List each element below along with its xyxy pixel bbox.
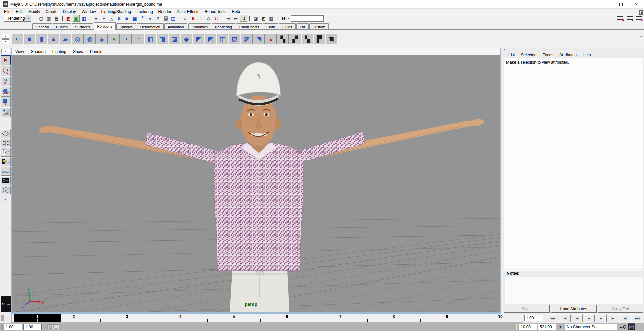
shelf-poly-create-button[interactable]: ◈ [96, 34, 108, 44]
toolbar-separator[interactable] [221, 16, 223, 21]
viewport-menu-show[interactable]: Show [70, 49, 87, 54]
step-back-key-button[interactable]: |◀ [571, 314, 583, 322]
menu-bonus-tools[interactable]: Bonus Tools [202, 9, 229, 14]
ae-menu-attributes[interactable]: Attributes [556, 53, 580, 57]
construction-history-toggle[interactable]: ↯ [240, 15, 247, 22]
ae-menu-help[interactable]: Help [580, 53, 594, 57]
shelf-poly-torus-button[interactable]: ◎ [72, 34, 84, 44]
ae-menu-list[interactable]: List [505, 53, 518, 57]
play-backward-button[interactable]: ◀ [583, 314, 595, 322]
lasso-tool-button[interactable] [1, 66, 11, 76]
quick-select-chevron-icon[interactable]: ▼ [287, 17, 289, 20]
shelf-tab-rendering[interactable]: Rendering [212, 23, 235, 30]
timeslider-drag-handle[interactable] [1, 315, 4, 321]
menu-texturing[interactable]: Texturing [134, 9, 156, 14]
ae-menu-focus[interactable]: Focus [539, 53, 556, 57]
snap-grid-button[interactable]: # [182, 15, 189, 22]
toolbar-separator[interactable] [34, 16, 36, 21]
load-attributes-button[interactable]: Load Attributes [551, 305, 596, 313]
shelf-tab-fluids[interactable]: Fluids [279, 23, 296, 30]
shelf-poly-bevel-button[interactable]: ◥ [253, 34, 265, 44]
range-slider-handle[interactable]: 1 [47, 324, 59, 329]
mask-rendering-button[interactable]: ● [147, 15, 154, 22]
layout-persp-curve-button[interactable] [1, 186, 11, 194]
viewport-menu-view[interactable]: View [12, 49, 28, 54]
shelf-poly-wire-sphere-button[interactable]: ◔ [132, 34, 144, 44]
step-back-frame-button[interactable]: |◀ [559, 314, 571, 322]
tool-settings-toggle-icon[interactable] [627, 15, 633, 21]
shelf-poly-boolean-button[interactable]: ◪ [168, 34, 180, 44]
shelf-tab-custom[interactable]: Custom [309, 23, 329, 30]
shelf-poly-cone-button[interactable]: ▲ [48, 34, 59, 44]
time-slider[interactable]: 1 1 2 3 4 5 6 7 8 9 10 [11, 314, 523, 323]
scale-tool-button[interactable] [1, 97, 11, 107]
new-scene-button[interactable]: ▢ [38, 15, 45, 22]
shelf-poly-triangulate-button[interactable]: ◤ [193, 34, 204, 44]
notes-textarea[interactable] [505, 277, 643, 304]
rotate-tool-button[interactable] [1, 87, 11, 97]
menu-modify[interactable]: Modify [25, 9, 43, 14]
mask-dynamics-button[interactable]: * [139, 15, 146, 22]
shelf-poly-quadrangulate-button[interactable]: ◩ [205, 34, 216, 44]
shelf-scroll-up-icon[interactable]: ▲ [639, 34, 643, 38]
layout-shortcut-menu-button[interactable]: ▼ [1, 196, 10, 202]
shelf-poly-soccer-button[interactable]: ◖ [108, 34, 120, 44]
shelf-tab-cloth[interactable]: Cloth [263, 23, 278, 30]
channel-box-toggle-icon[interactable] [636, 15, 643, 21]
rangeslider-drag-handle[interactable] [1, 324, 4, 330]
select-tool-button[interactable] [1, 55, 11, 65]
close-button[interactable]: × [629, 0, 644, 9]
menu-create[interactable]: Create [43, 9, 60, 14]
current-time-field[interactable]: 1.00 [524, 315, 543, 321]
ipr-render-button[interactable]: ◩ [260, 15, 267, 22]
lock-selection-button[interactable] [162, 15, 169, 22]
highlight-selection-button[interactable]: ◰ [170, 15, 177, 22]
snap-surface-button[interactable]: ◇ [205, 15, 212, 22]
mask-misc-button[interactable]: ? [154, 15, 161, 22]
shelf-options-button[interactable]: ▼ [2, 39, 9, 44]
shelf-poly-smooth-button[interactable]: ◆ [180, 34, 192, 44]
character-set-field[interactable]: No Character Set [565, 324, 617, 330]
shelf-tab-subdivs[interactable]: Subdivs [116, 23, 136, 30]
select-button[interactable]: Select [504, 305, 550, 313]
current-frame-indicator[interactable]: 1 1 [14, 314, 61, 322]
animation-start-field[interactable]: 1.00 [23, 324, 42, 330]
shelf-tab-painteffects[interactable]: PaintEffects [236, 23, 263, 30]
shelf-tab-deformation[interactable]: Deformation [137, 23, 164, 30]
layout-four-view-button[interactable] [1, 139, 11, 147]
layout-single-persp-button[interactable] [1, 129, 11, 138]
mask-curves-button[interactable]: ʒ [108, 15, 115, 22]
shelf-poly-split-button[interactable]: ▨ [241, 34, 253, 44]
menu-display[interactable]: Display [60, 9, 78, 14]
menu-window[interactable]: Window [79, 9, 99, 14]
shelf-tab-surfaces[interactable]: Surfaces [72, 23, 93, 30]
shelf-tab-dynamics[interactable]: Dynamics [188, 23, 211, 30]
save-scene-button[interactable]: ▦ [53, 15, 60, 22]
shelf-poly-pipe-button[interactable]: ◍ [84, 34, 96, 44]
open-scene-button[interactable]: ▥ [45, 15, 52, 22]
output-connections-button[interactable]: ⇤ [232, 15, 239, 22]
shelf-menu-button[interactable]: ▼ [2, 34, 9, 39]
select-hierarchy-button[interactable]: ◩ [65, 15, 72, 22]
step-forward-key-button[interactable]: ▶| [607, 314, 619, 322]
menu-paint-effects[interactable]: Paint Effects [174, 9, 202, 14]
animation-preferences-button[interactable] [628, 323, 635, 330]
copy-tab-button[interactable]: Copy Tab [598, 305, 643, 313]
range-handle-left-grip[interactable] [49, 325, 52, 329]
viewport-menu-lighting[interactable]: Lighting [49, 49, 70, 54]
shelf-poly-sphere-button[interactable]: ◐ [11, 34, 23, 44]
shelf-poly-append-button[interactable]: ◧ [144, 34, 156, 44]
menu-edit[interactable]: Edit [13, 9, 25, 14]
viewport-canvas[interactable]: y x z persp [12, 55, 500, 312]
ae-menu-selected[interactable]: Selected [518, 53, 540, 57]
layout-hypergraph-button[interactable] [1, 176, 11, 185]
snap-point-button[interactable]: ∴ [197, 15, 204, 22]
menu-help[interactable]: Help [229, 9, 243, 14]
layout-hypershade-persp-button[interactable] [1, 157, 11, 166]
toolbox-collapse-button[interactable]: ▼ [1, 49, 10, 53]
shelf-tab-fur[interactable]: Fur [296, 23, 309, 30]
shelf-uv-checker2-button[interactable]: ▞ [289, 34, 301, 44]
mask-curves2-button[interactable]: Ƨ [116, 15, 123, 22]
render-current-frame-button[interactable]: ◪ [252, 15, 259, 22]
toolbar-separator[interactable] [178, 16, 180, 21]
